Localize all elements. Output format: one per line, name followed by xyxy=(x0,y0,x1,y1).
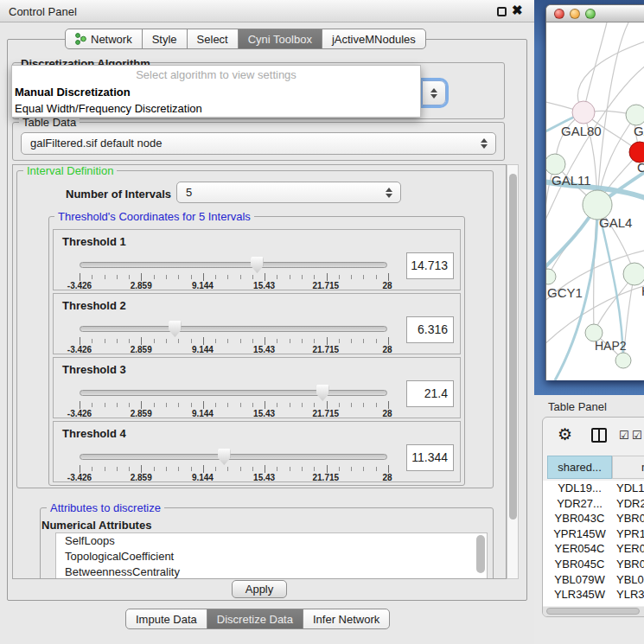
combo-arrows-icon xyxy=(430,87,437,99)
zoom-traffic-light-icon[interactable] xyxy=(585,9,596,19)
table-horizontal-scrollbar[interactable] xyxy=(543,607,644,616)
threshold-4-value-field[interactable]: 11.344 xyxy=(406,444,454,471)
gear-icon[interactable]: ⚙ xyxy=(558,424,572,444)
threshold-label: Threshold 4 xyxy=(62,427,126,440)
node-label: GAL11 xyxy=(552,173,591,188)
tab-cyni-toolbox[interactable]: Cyni Toolbox xyxy=(238,29,322,49)
table-row[interactable]: YDR27...YDR2 xyxy=(543,496,644,512)
control-panel: Control Panel ✖ Network Style Select Cyn… xyxy=(0,0,534,644)
column-header-name[interactable]: n xyxy=(612,456,644,479)
float-window-icon[interactable] xyxy=(497,7,507,16)
node-gal11[interactable] xyxy=(546,154,565,175)
table-row[interactable]: YPR145WYPR1 xyxy=(543,526,644,542)
table-row[interactable]: YDL19...YDL1 xyxy=(543,481,644,496)
slider-tick-labels: -3.426 2.859 9.144 15.43 21.715 28 xyxy=(80,473,387,482)
threshold-1-value-field[interactable]: 14.713 xyxy=(406,252,454,279)
threshold-3-panel: Threshold 3 -3.426 2.859 9.144 15.43 21.… xyxy=(53,357,461,418)
network-view-frame: GAL80 GA GAL11 C GAL4 GCY1 H HAP2 xyxy=(534,0,644,395)
threshold-1-slider[interactable] xyxy=(80,256,387,273)
table-row[interactable]: YBL079WYBL0 xyxy=(543,572,644,588)
tab-impute-data[interactable]: Impute Data xyxy=(125,609,207,629)
threshold-3-value-field[interactable]: 21.4 xyxy=(406,380,454,407)
control-panel-titlebar: Control Panel ✖ xyxy=(0,0,534,22)
numerical-attributes-label: Numerical Attributes xyxy=(41,519,151,532)
number-of-intervals-value: 5 xyxy=(186,186,192,199)
settings-scroll-pane: Interval Definition Number of Intervals … xyxy=(12,164,507,579)
slider-tick-labels: -3.426 2.859 9.144 15.43 21.715 28 xyxy=(80,281,387,290)
checkbox-select-icon[interactable]: ☑ xyxy=(619,429,629,442)
threshold-2-slider[interactable] xyxy=(80,320,387,337)
network-graph: GAL80 GA GAL11 C GAL4 GCY1 H HAP2 xyxy=(546,22,644,380)
threshold-label: Threshold 3 xyxy=(62,363,126,376)
table-panel: Table Panel ⚙ ☑ ☑ shared... n YDL19...YD… xyxy=(534,395,644,644)
close-icon[interactable]: ✖ xyxy=(512,3,523,18)
threshold-4-slider[interactable] xyxy=(80,448,387,465)
list-item[interactable]: TopologicalCoefficient xyxy=(56,549,487,564)
tab-style[interactable]: Style xyxy=(142,29,188,49)
node-ga[interactable] xyxy=(626,105,644,125)
column-header-shared-name[interactable]: shared... xyxy=(547,456,612,479)
attributes-group-label: Attributes to discretize xyxy=(47,502,164,513)
tab-network[interactable]: Network xyxy=(65,29,143,49)
slider-track[interactable] xyxy=(80,390,387,396)
number-of-intervals-combobox[interactable]: 5 xyxy=(176,182,401,203)
slider-track[interactable] xyxy=(80,262,387,268)
threshold-3-slider[interactable] xyxy=(80,384,387,401)
slider-track[interactable] xyxy=(80,454,387,460)
table-row[interactable]: YBR045CYBR0 xyxy=(543,557,644,572)
tab-infer-network[interactable]: Infer Network xyxy=(303,609,390,629)
threshold-2-value-field[interactable]: 6.316 xyxy=(406,316,454,343)
thresholds-group-label: Threshold's Coordinates for 5 Intervals xyxy=(54,211,254,222)
slider-track[interactable] xyxy=(80,326,387,332)
close-traffic-light-icon[interactable] xyxy=(554,9,564,19)
list-scrollbar[interactable] xyxy=(476,535,485,573)
minimize-traffic-light-icon[interactable] xyxy=(570,9,580,19)
table-row[interactable]: YIL052CYIL0 xyxy=(543,603,644,606)
apply-button[interactable]: Apply xyxy=(232,580,287,598)
node-label: C xyxy=(637,160,644,175)
table-data-value: galFiltered.sif default node xyxy=(30,137,162,150)
list-item[interactable]: BetweennessCentrality xyxy=(56,564,487,579)
slider-thumb[interactable] xyxy=(218,449,231,465)
table-row[interactable]: YBR043CYBR0 xyxy=(543,511,644,526)
node-gal80[interactable] xyxy=(572,101,595,124)
node-label: GAL80 xyxy=(561,124,602,138)
scrollbar-thumb[interactable] xyxy=(509,174,517,520)
table-toolbar: ⚙ ☑ ☑ xyxy=(543,418,644,454)
node-partial[interactable] xyxy=(615,353,631,368)
slider-thumb[interactable] xyxy=(251,257,264,273)
slider-thumb[interactable] xyxy=(169,321,182,337)
table-data-combobox[interactable]: galFiltered.sif default node xyxy=(21,132,496,155)
tab-discretize-data[interactable]: Discretize Data xyxy=(207,609,303,629)
split-view-icon[interactable] xyxy=(591,428,607,443)
tab-jactivemnodules[interactable]: jActiveMNodules xyxy=(322,29,426,49)
threshold-4-panel: Threshold 4 -3.426 2.859 9.144 15.43 21.… xyxy=(53,421,461,482)
threshold-label: Threshold 1 xyxy=(62,235,126,248)
slider-thumb[interactable] xyxy=(316,385,329,401)
control-panel-tabs: Network Style Select Cyni Toolbox jActiv… xyxy=(65,29,426,49)
checkbox-select-icon[interactable]: ☑ xyxy=(632,429,642,442)
threshold-1-panel: Threshold 1 -3.426 2.859 9.144 15.43 21.… xyxy=(53,229,461,290)
spinner-arrows-icon xyxy=(386,187,392,199)
tab-select[interactable]: Select xyxy=(187,29,239,49)
node-gcy1[interactable] xyxy=(546,269,556,284)
node-label: HAP2 xyxy=(595,339,627,353)
network-canvas[interactable]: GAL80 GA GAL11 C GAL4 GCY1 H HAP2 xyxy=(546,22,644,380)
dropdown-placeholder: Select algorithm to view settings xyxy=(12,66,420,84)
network-window: GAL80 GA GAL11 C GAL4 GCY1 H HAP2 xyxy=(545,4,644,380)
table-header-row: shared... n xyxy=(543,456,644,479)
slider-major-ticks xyxy=(80,273,389,281)
dropdown-option-equal-width[interactable]: Equal Width/Frequency Discretization xyxy=(12,100,420,117)
algorithm-combobox[interactable] xyxy=(422,80,446,105)
table-panel-title: Table Panel xyxy=(548,400,607,413)
node-h[interactable] xyxy=(623,263,644,285)
dropdown-option-manual[interactable]: Manual Discretization xyxy=(12,84,420,100)
number-of-intervals-label: Number of Intervals xyxy=(66,188,171,201)
table-row[interactable]: YER054CYER0 xyxy=(543,541,644,557)
scrollbar-thumb[interactable] xyxy=(546,608,640,615)
bottom-tabs: Impute Data Discretize Data Infer Networ… xyxy=(125,609,390,629)
list-item[interactable]: SelfLoops xyxy=(56,533,487,549)
threshold-2-panel: Threshold 2 -3.426 2.859 9.144 15.43 21.… xyxy=(53,293,461,354)
table-row[interactable]: YLR345WYLR3 xyxy=(543,587,644,603)
settings-scrollbar[interactable] xyxy=(507,164,519,579)
